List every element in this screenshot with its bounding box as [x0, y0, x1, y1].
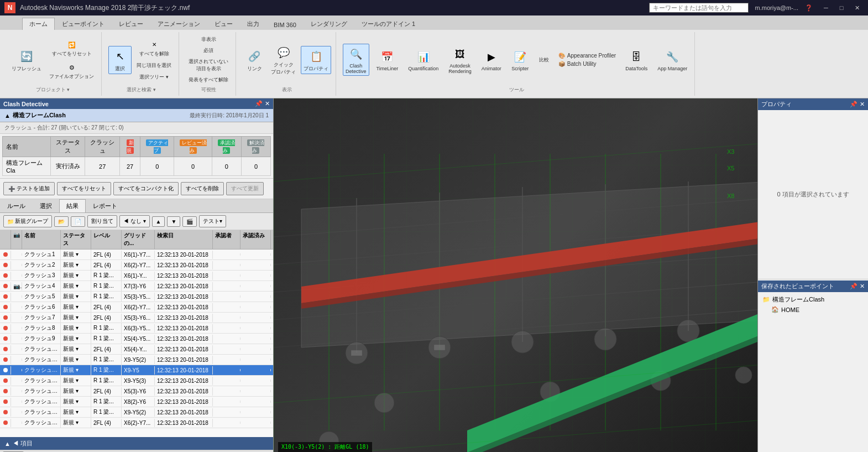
animator-button[interactable]: ▶ Animator: [479, 46, 504, 73]
horizontal-scrollbar[interactable]: [0, 450, 273, 452]
result-row-6[interactable]: クラッシュ6 新規 ▾ 2FL (4) X6(2)-Y7... 12:32:13…: [0, 302, 273, 313]
scripter-button[interactable]: 📝 Scripter: [509, 46, 532, 73]
result-row-1[interactable]: クラッシュ1 新規 ▾ 2FL (4) X6(1)-Y7... 12:32:13…: [0, 250, 273, 260]
result-row-14[interactable]: クラッシュ14 新規 ▾ 2FL (4) X5(3)-Y6 12:32:13 2…: [0, 386, 273, 397]
tab-review[interactable]: レビュー: [112, 18, 150, 30]
result-row-7[interactable]: クラッシュ7 新規 ▾ 2FL (4) X5(3)-Y6... 12:32:13…: [0, 313, 273, 323]
collapse-icon[interactable]: ▲: [4, 112, 11, 119]
new-group-button[interactable]: 📁 新規グループ: [3, 215, 52, 227]
tab-rendering[interactable]: レンダリング: [304, 18, 354, 30]
clash-detective-pin[interactable]: 📌: [255, 100, 263, 107]
status-dropdown[interactable]: 新規 ▾: [63, 409, 79, 415]
viewpoint-folder-item[interactable]: 📁 構造フレームClash: [760, 294, 866, 305]
tab-output[interactable]: 出力: [240, 18, 266, 30]
status-dropdown[interactable]: 新規 ▾: [63, 283, 79, 289]
result-row-16[interactable]: クラッシュ16 新規 ▾ R 1 梁... X9-Y5(2) 12:32:13 …: [0, 407, 273, 418]
col-name-header[interactable]: 名前: [22, 230, 61, 249]
compare-button[interactable]: 比較: [536, 55, 552, 65]
file-options-button[interactable]: ⚙ ファイルオプション: [46, 60, 97, 82]
result-row-4[interactable]: 📷 クラッシュ4 新規 ▾ R 1 梁... X7(3)-Y6 12:32:13…: [0, 281, 273, 292]
move-up-button[interactable]: ▲: [152, 216, 165, 227]
close-button[interactable]: ✕: [850, 2, 864, 13]
move-down-button[interactable]: ▼: [167, 216, 180, 227]
items-collapse-icon[interactable]: ▲: [4, 440, 11, 447]
timeliner-button[interactable]: 📅 TimeLiner: [374, 46, 401, 73]
show-not-selected-button[interactable]: 選択されていない 項目を表示: [186, 56, 231, 74]
group-button[interactable]: 📂: [54, 216, 69, 227]
tab-select[interactable]: 選択: [33, 199, 59, 212]
viewport[interactable]: X10(-3)-Y5(2) Y5 X8 X5 X3 X10(-3)-Y5(2) …: [274, 98, 757, 452]
status-dropdown[interactable]: 新規 ▾: [63, 377, 79, 383]
status-dropdown[interactable]: 新規 ▾: [63, 293, 79, 299]
clash-detective-close[interactable]: ✕: [265, 100, 270, 107]
result-row-15[interactable]: クラッシュ15 新規 ▾ R 1 梁... X8(2)-Y6 12:32:13 …: [0, 397, 273, 407]
quick-props-button[interactable]: 💬 クイックプロパティ: [268, 42, 299, 77]
reset-all-tests-button[interactable]: すべてをリセット: [57, 182, 111, 195]
clash-detective-button[interactable]: 🔍 ClashDetective: [343, 44, 369, 76]
tab-addins[interactable]: ツールのアドイン 1: [354, 18, 422, 30]
help-icon[interactable]: ❓: [805, 4, 813, 12]
table-row[interactable]: 構造フレームCla 実行済み 27 27 0 0 0 0: [3, 157, 271, 176]
compact-all-button[interactable]: すべてをコンパクト化: [113, 182, 179, 195]
minimize-button[interactable]: ─: [819, 2, 833, 13]
result-row-11[interactable]: クラッシュ11 新規 ▾ R 1 梁... X9-Y5(2) 12:32:13 …: [0, 355, 273, 365]
tab-bim360[interactable]: BIM 360: [266, 19, 304, 30]
result-row-8[interactable]: クラッシュ8 新規 ▾ R 1 梁... X6(3)-Y5... 12:32:1…: [0, 323, 273, 334]
add-test-button[interactable]: ➕ テストを追加: [3, 182, 55, 195]
result-row-10[interactable]: クラッシュ10 新規 ▾ 2FL (4) X5(4)-Y... 12:32:13…: [0, 344, 273, 355]
result-row-12[interactable]: クラッシュ12 新規 ▾ R 1 梁... X9-Y5 12:32:13 20-…: [0, 365, 273, 376]
datatools-button[interactable]: 🗄 DataTools: [623, 46, 650, 73]
viewpoints-close[interactable]: ✕: [860, 283, 865, 290]
quantification-button[interactable]: 📊 Quantification: [405, 46, 441, 73]
focus-button[interactable]: 発表をすべて解除: [186, 75, 231, 85]
app-manager-button[interactable]: 🔧 App Manager: [655, 46, 690, 73]
properties-button[interactable]: 📋 プロパティ: [301, 46, 331, 74]
viewpoint-home-item[interactable]: 🏠 HOME: [760, 305, 866, 314]
animate-button[interactable]: 🎬: [182, 216, 197, 227]
result-row-5[interactable]: クラッシュ5 新規 ▾ R 1 梁... X5(3)-Y5... 12:32:1…: [0, 292, 273, 302]
status-dropdown[interactable]: 新規 ▾: [63, 304, 79, 310]
link-button[interactable]: 🔗 リンク: [243, 46, 266, 74]
status-dropdown[interactable]: 新規 ▾: [63, 346, 79, 352]
status-dropdown[interactable]: 新規 ▾: [63, 356, 79, 362]
status-dropdown[interactable]: 新規 ▾: [63, 251, 79, 257]
col-approved-header[interactable]: 承認済み: [240, 230, 271, 249]
status-dropdown[interactable]: 新規 ▾: [63, 325, 79, 331]
status-dropdown[interactable]: 新規 ▾: [63, 262, 79, 268]
result-row-13[interactable]: クラッシュ13 新規 ▾ R 1 梁... X9-Y5(3) 12:32:13 …: [0, 376, 273, 386]
clear-all-button[interactable]: ✕ すべてを解除: [134, 38, 174, 59]
result-row-3[interactable]: クラッシュ3 新規 ▾ R 1 梁... X6(1)-Y... 12:32:13…: [0, 271, 273, 281]
delete-all-button[interactable]: すべてを削除: [181, 182, 224, 195]
status-dropdown[interactable]: 新規 ▾: [63, 367, 79, 373]
properties-pin[interactable]: 📌: [850, 101, 857, 108]
tab-viewpoint[interactable]: ビューポイント: [55, 18, 112, 30]
none-sort-button[interactable]: ◀ なし ▾: [119, 215, 150, 227]
test-results-button[interactable]: テスト▾: [199, 215, 226, 227]
rendering-button[interactable]: 🖼 AutodeskRendering: [446, 44, 474, 76]
refresh-button[interactable]: 🔄 リフレッシュ: [9, 46, 44, 74]
col-status-header[interactable]: ステータス: [61, 230, 91, 249]
tab-report[interactable]: レポート: [86, 199, 124, 212]
col-level-header[interactable]: レベル: [91, 230, 122, 249]
appearance-profiler-button[interactable]: 🎨 Appearance Profiler: [557, 51, 617, 60]
tab-view[interactable]: ビュー: [207, 18, 240, 30]
hide-button[interactable]: 非表示: [186, 34, 231, 45]
status-dropdown[interactable]: 新規 ▾: [63, 335, 79, 341]
required-button[interactable]: 必須: [186, 45, 231, 56]
viewpoints-pin[interactable]: 📌: [850, 283, 857, 290]
col-date-header[interactable]: 検索日: [155, 230, 213, 249]
select-same-button[interactable]: 同じ項目を選択: [134, 60, 174, 71]
status-dropdown[interactable]: 新規 ▾: [63, 272, 79, 278]
tab-home[interactable]: ホーム: [22, 18, 55, 30]
update-all-button[interactable]: すべて更新: [226, 182, 264, 195]
result-row-9[interactable]: クラッシュ9 新規 ▾ R 1 梁... X5(4)-Y5... 12:32:1…: [0, 334, 273, 344]
status-dropdown[interactable]: 新規 ▾: [63, 314, 79, 320]
maximize-button[interactable]: □: [835, 2, 848, 13]
result-row-17[interactable]: クラッシュ17 新規 ▾ 2FL (4) X6(2)-Y7... 12:32:1…: [0, 418, 273, 428]
tab-results[interactable]: 結果: [59, 199, 86, 212]
status-dropdown[interactable]: 新規 ▾: [63, 419, 79, 425]
tab-rules[interactable]: ルール: [0, 199, 33, 212]
search-input[interactable]: [649, 3, 749, 13]
col-grid-header[interactable]: グリッドの...: [122, 230, 155, 249]
ungroup-button[interactable]: 📄: [71, 216, 85, 227]
